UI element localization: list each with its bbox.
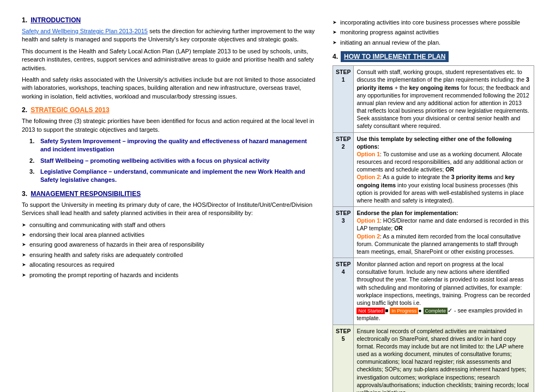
left-column: 1. INTRODUCTION Safety and Wellbeing Str…	[22, 16, 322, 392]
table-row: STEP3 Endorse the plan for implementatio…	[333, 207, 534, 258]
complete-badge: Complete	[424, 308, 448, 314]
management-bullets: consulting and communicating with staff …	[22, 221, 316, 279]
section-strategic: 2. STRATEGIC GOALS 2013 The following th…	[22, 106, 316, 185]
page: 1. INTRODUCTION Safety and Wellbeing Str…	[0, 0, 556, 392]
step-1-label: STEP1	[333, 66, 354, 132]
intro-heading: INTRODUCTION	[31, 16, 81, 24]
intro-title: 1. INTRODUCTION	[22, 16, 316, 24]
intro-para3: Health and safety risks associated with …	[22, 76, 316, 101]
strategic-title: 2. STRATEGIC GOALS 2013	[22, 106, 316, 114]
list-item: consulting and communicating with staff …	[22, 221, 316, 229]
table-row: STEP2 Use this template by selecting eit…	[333, 132, 534, 207]
step-3-label: STEP3	[333, 207, 354, 258]
management-number: 3.	[22, 190, 27, 198]
section-introduction: 1. INTRODUCTION Safety and Wellbeing Str…	[22, 16, 316, 101]
strategic-intro: The following three (3) strategic priori…	[22, 117, 316, 134]
implement-number: 4.	[333, 53, 338, 60]
implement-heading: HOW TO IMPLEMENT THE PLAN	[341, 51, 449, 62]
steps-table: STEP1 Consult with staff, working groups…	[333, 65, 534, 392]
list-item: Safety System Improvement – improving th…	[29, 137, 316, 154]
right-bullets: incorporating activities into core busin…	[333, 19, 534, 47]
in-progress-badge: In Progress	[390, 308, 418, 314]
list-item: incorporating activities into core busin…	[333, 19, 534, 27]
step-3-content: Endorse the plan for implementation: Opt…	[354, 207, 534, 258]
list-item: allocating resources as required	[22, 261, 316, 269]
table-row: STEP1 Consult with staff, working groups…	[333, 66, 534, 132]
management-para1: To support the University in meeting its…	[22, 201, 316, 218]
step-5-content: Ensure local records of completed activi…	[354, 324, 534, 392]
table-row: STEP4 Monitor planned action and report …	[333, 258, 534, 324]
section-implement: 4. HOW TO IMPLEMENT THE PLAN STEP1 Consu…	[333, 51, 534, 392]
list-item: initiating an annual review of the plan.	[333, 39, 534, 47]
list-item: ensuring good awareness of hazards in th…	[22, 241, 316, 249]
right-column: incorporating activities into core busin…	[333, 16, 534, 392]
step-4-content: Monitor planned action and report on pro…	[354, 258, 534, 324]
section-management: 3. MANAGEMENT RESPONSIBILITIES To suppor…	[22, 190, 316, 279]
list-item: Staff Wellbeing – promoting wellbeing ac…	[29, 157, 316, 165]
management-heading: MANAGEMENT RESPONSIBILITIES	[31, 190, 141, 198]
strategic-item-2: Staff Wellbeing – promoting wellbeing ac…	[40, 157, 269, 164]
intro-para1: Safety and Wellbeing Strategic Plan 2013…	[22, 27, 316, 44]
strategic-list: Safety System Improvement – improving th…	[29, 137, 316, 185]
strategic-heading: STRATEGIC GOALS 2013	[31, 106, 109, 114]
list-item: Legislative Compliance – understand, com…	[29, 168, 316, 185]
not-started-badge: Not Started	[356, 308, 385, 314]
main-content: 1. INTRODUCTION Safety and Wellbeing Str…	[22, 16, 534, 392]
management-title: 3. MANAGEMENT RESPONSIBILITIES	[22, 190, 316, 198]
list-item: monitoring progress against activities	[333, 28, 534, 36]
strategic-plan-link[interactable]: Safety and Wellbeing Strategic Plan 2013…	[22, 28, 148, 34]
intro-para2: This document is the Health and Safety L…	[22, 47, 316, 72]
step-2-label: STEP2	[333, 132, 354, 207]
intro-number: 1.	[22, 16, 27, 24]
table-row: STEP5 Ensure local records of completed …	[333, 324, 534, 392]
strategic-number: 2.	[22, 106, 27, 114]
step-1-content: Consult with staff, working groups, stud…	[354, 66, 534, 132]
list-item: promoting the prompt reporting of hazard…	[22, 271, 316, 279]
step-4-label: STEP4	[333, 258, 354, 324]
step-2-content: Use this template by selecting either on…	[354, 132, 534, 207]
list-item: endorsing their local area planned activ…	[22, 231, 316, 239]
strategic-item-3: Legislative Compliance – understand, com…	[40, 168, 305, 183]
list-item: ensuring health and safety risks are ade…	[22, 251, 316, 259]
step-5-label: STEP5	[333, 324, 354, 392]
strategic-item-1: Safety System Improvement – improving th…	[40, 138, 307, 152]
